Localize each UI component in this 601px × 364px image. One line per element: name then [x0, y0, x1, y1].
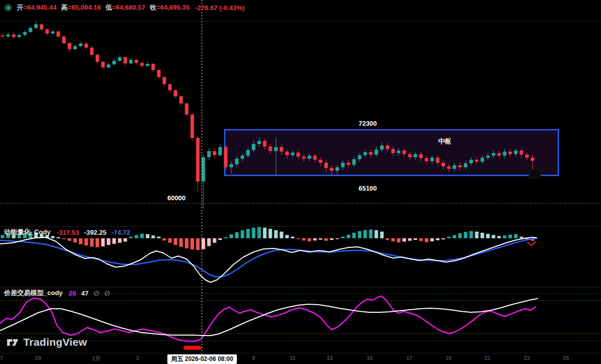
momentum-indicator-legend[interactable]: 动能量化_Cody -317.53-392.25-74.72	[4, 228, 135, 237]
candle-body	[152, 64, 155, 70]
histogram-bar	[252, 228, 256, 238]
histogram-bar	[403, 238, 406, 242]
candle-body	[352, 159, 356, 165]
histogram-bar	[96, 238, 99, 247]
time-axis-tick: 13	[327, 355, 333, 361]
candle-body	[180, 96, 183, 103]
candle-body	[129, 60, 133, 63]
histogram-bar	[297, 238, 300, 239]
histogram-bar	[347, 235, 350, 238]
spread-indicator-legend[interactable]: 价差交易模型_cody 2847∅∅	[4, 288, 115, 298]
candle-body	[23, 32, 27, 35]
candle-body	[51, 31, 55, 33]
candle-body	[163, 77, 166, 84]
tradingview-logo[interactable]: TradingView	[6, 336, 87, 349]
candle-body	[219, 147, 222, 155]
candle-body	[297, 153, 300, 157]
candle-body	[386, 145, 390, 149]
candle-body	[470, 160, 473, 163]
histogram-bar	[79, 238, 83, 244]
histogram-bar	[358, 231, 362, 238]
histogram-bar	[503, 236, 507, 239]
time-axis-tick: 2月	[92, 355, 100, 362]
crosshair-date-tooltip: 周五 2026-02-06 08:00	[167, 354, 237, 364]
tradingview-wordmark: TradingView	[23, 336, 87, 348]
candle-body	[74, 46, 77, 49]
candle-body	[375, 150, 378, 155]
candle-body	[241, 156, 244, 159]
time-axis-tick: 25	[563, 355, 569, 361]
candle-body	[453, 165, 456, 169]
histogram-bar	[369, 229, 373, 238]
candle-body	[263, 141, 267, 147]
candle-body	[464, 163, 468, 167]
indicator-value: ∅	[104, 289, 110, 297]
candle-body	[447, 166, 451, 169]
time-axis-tick: 15	[367, 355, 373, 361]
pane-divider[interactable]	[0, 287, 601, 287]
histogram-bar	[274, 230, 278, 238]
candle-body	[258, 141, 261, 144]
ohlc-close: 收=64,695.35	[150, 3, 189, 12]
histogram-bar	[90, 238, 94, 247]
histogram-bar	[68, 238, 72, 241]
price-change: -276.67 (-0.43%)	[195, 4, 245, 12]
histogram-bar	[447, 237, 451, 238]
candle-body	[347, 163, 350, 165]
histogram-bar	[364, 230, 367, 239]
candle-body	[525, 155, 529, 158]
candle-body	[514, 151, 518, 154]
ohlc-high: 高=65,004.16	[61, 3, 100, 12]
histogram-bar	[414, 238, 417, 240]
histogram-bar	[146, 234, 150, 238]
candle-body	[157, 70, 161, 77]
histogram-bar	[101, 238, 105, 246]
histogram-bar	[213, 238, 217, 243]
candle-body	[498, 153, 501, 156]
indicator-value: ∅	[94, 289, 99, 297]
time-axis-tick: 21	[484, 355, 490, 361]
candle-body	[531, 158, 535, 161]
candle-body	[336, 167, 339, 171]
spread-indicator-title[interactable]: 价差交易模型_cody	[4, 288, 63, 298]
candle-body	[492, 153, 496, 156]
symbol-status-icon	[4, 4, 12, 12]
candle-body	[341, 163, 345, 167]
candle-body	[107, 64, 111, 67]
candle-body	[174, 90, 178, 96]
candle-body	[140, 63, 144, 66]
symbol-legend[interactable]: 开=64,945.44 高=65,004.16 低=64,680.57 收=64…	[4, 3, 244, 12]
indicator-value: -317.53	[57, 229, 79, 236]
indicator-value: -74.72	[112, 229, 130, 236]
candle-body	[191, 115, 194, 138]
trading-chart-app: 开=64,945.44 高=65,004.16 低=64,680.57 收=64…	[0, 0, 601, 364]
candle-body	[475, 160, 479, 162]
candle-body	[29, 28, 32, 32]
time-axis-tick: 17	[406, 355, 412, 361]
momentum-indicator-title[interactable]: 动能量化_Cody	[4, 228, 51, 237]
histogram-bar	[380, 232, 384, 238]
histogram-bar	[196, 238, 200, 250]
histogram-bar	[219, 238, 222, 240]
time-axis[interactable]: 7292月391113151719212325	[0, 354, 601, 364]
histogram-bar	[280, 232, 284, 238]
chart-canvas[interactable]	[0, 0, 601, 364]
candle-body	[358, 155, 362, 159]
candle-body	[520, 151, 523, 155]
histogram-bar	[163, 238, 166, 240]
histogram-bar	[191, 238, 194, 249]
pane-divider[interactable]	[0, 226, 601, 227]
candle-body	[40, 24, 44, 29]
histogram-bar	[514, 234, 518, 238]
spread-indicator-values: 2847∅∅	[69, 289, 115, 297]
candle-body	[442, 163, 445, 166]
histogram-bar	[269, 229, 272, 238]
histogram-bar	[107, 238, 111, 245]
histogram-bar	[113, 238, 116, 244]
candle-body	[12, 34, 16, 37]
histogram-bar	[392, 238, 395, 241]
indicator-value: 28	[69, 289, 76, 297]
histogram-bar	[408, 238, 412, 241]
tradingview-logo-icon	[6, 336, 19, 349]
candle-body	[302, 157, 306, 159]
